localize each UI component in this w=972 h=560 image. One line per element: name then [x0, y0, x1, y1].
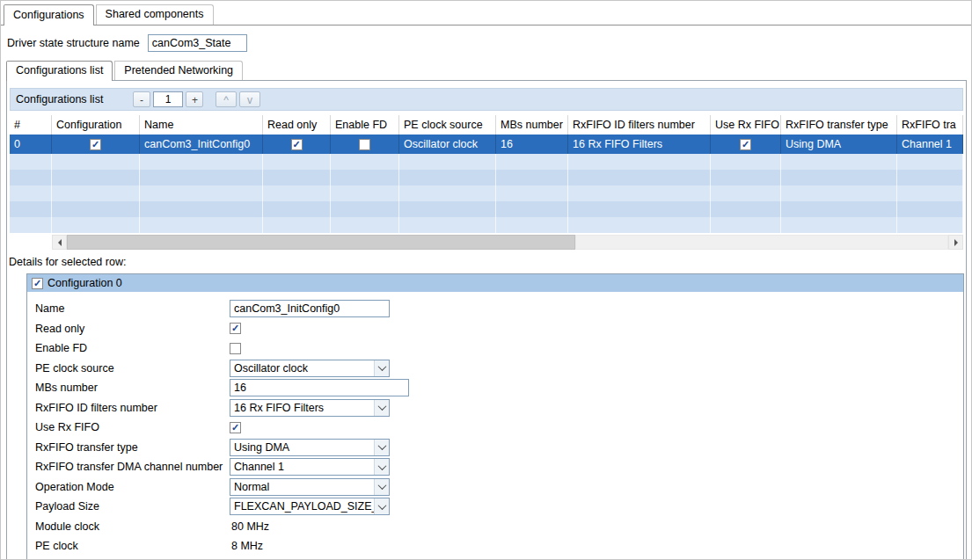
- field-label: RxFIFO ID filters number: [35, 402, 230, 414]
- detail-row-operation-mode: Operation Mode Normal: [35, 477, 963, 498]
- scrollbar-spacer: [10, 235, 52, 250]
- tab-shared-components[interactable]: Shared components: [96, 4, 214, 25]
- tab-pretended-networking[interactable]: Pretended Networking: [114, 61, 243, 80]
- details-panel-body: Name Read only ✓ Enable FD PE clock sour…: [27, 292, 963, 560]
- pe-clock-value: 8 MHz: [230, 540, 263, 552]
- toolbar-title: Configurations list: [16, 93, 130, 105]
- read-only-checkbox[interactable]: ✓: [291, 139, 303, 150]
- column-header[interactable]: RxFIFO ID filters number: [568, 115, 711, 135]
- detail-row-mbs-number: MBs number: [35, 378, 963, 398]
- configuration-checkbox[interactable]: ✓: [90, 139, 101, 150]
- details-panel: ✓ Configuration 0 Name Read only ✓ Enabl…: [26, 273, 964, 560]
- field-label: PE clock source: [35, 362, 230, 375]
- top-tab-bar: Configurations Shared components: [4, 4, 214, 25]
- scroll-left-button[interactable]: [52, 235, 67, 250]
- horizontal-scrollbar[interactable]: [10, 235, 963, 250]
- driver-state-input[interactable]: [148, 34, 247, 52]
- column-header[interactable]: Enable FD: [331, 115, 399, 135]
- rxfifo-id-filters-select[interactable]: 16 Rx FIFO Filters: [230, 399, 390, 417]
- scroll-right-button[interactable]: [948, 235, 963, 250]
- column-header[interactable]: RxFIFO transfer type: [781, 115, 897, 135]
- chevron-down-icon: [374, 498, 389, 514]
- details-panel-title: Configuration 0: [48, 277, 122, 289]
- detail-row-payload-size: Payload Size FLEXCAN_PAYLOAD_SIZE_8: [35, 497, 963, 517]
- column-header[interactable]: Name: [140, 115, 263, 135]
- detail-row-dma-channel: RxFIFO transfer DMA channel number Chann…: [35, 457, 963, 477]
- detail-row-read-only: Read only ✓: [35, 319, 963, 339]
- details-section-label: Details for selected row:: [9, 256, 966, 270]
- detail-row-pe-clock: PE clock 8 MHz: [35, 536, 963, 556]
- detail-row-rxfifo-id-filters: RxFIFO ID filters number 16 Rx FIFO Filt…: [35, 398, 963, 418]
- column-header[interactable]: MBs number: [496, 115, 568, 135]
- mbs-number-input[interactable]: [230, 379, 409, 396]
- field-label: MBs number: [35, 382, 230, 394]
- scrollbar-track[interactable]: [575, 235, 948, 250]
- chevron-down-icon: [374, 479, 389, 495]
- table-empty-row: [10, 217, 963, 233]
- configuration0-checkbox[interactable]: ✓: [32, 278, 43, 289]
- detail-row-rxfifo-transfer-type: RxFIFO transfer type Using DMA: [35, 438, 963, 458]
- move-down-button[interactable]: v: [239, 91, 260, 107]
- chevron-down-icon: [374, 360, 389, 376]
- config-count-input[interactable]: [153, 91, 183, 107]
- table-empty-row: [10, 201, 963, 217]
- inner-tab-bar: Configurations list Pretended Networking: [6, 61, 243, 81]
- pe-clock-source-select[interactable]: Oscillator clock: [230, 360, 390, 377]
- cell-configuration: ✓: [52, 135, 140, 154]
- remove-config-button[interactable]: -: [133, 91, 150, 107]
- cell-rxfifo-id-filters: 16 Rx FIFO Filters: [568, 135, 711, 154]
- driver-state-label: Driver state structure name: [7, 37, 140, 49]
- cell-index: 0: [10, 135, 52, 154]
- field-label: RxFIFO transfer DMA channel number: [35, 461, 230, 473]
- module-clock-value: 80 MHz: [230, 520, 269, 533]
- column-header[interactable]: RxFIFO tra: [897, 115, 963, 135]
- field-label: Module clock: [35, 520, 230, 533]
- cell-enable-fd: [331, 135, 399, 154]
- column-header[interactable]: Use Rx FIFO: [711, 115, 781, 135]
- table-empty-row: [10, 185, 963, 201]
- field-label: Name: [35, 302, 230, 315]
- detail-row-use-rx-fifo: Use Rx FIFO ✓: [35, 418, 963, 438]
- table-header-row: # Configuration Name Read only Enable FD…: [10, 115, 963, 135]
- scrollbar-thumb[interactable]: [67, 235, 575, 250]
- cell-pe-clock-source: Oscillator clock: [399, 135, 496, 154]
- cell-rxfifo-transfer-channel: Channel 1: [897, 135, 963, 154]
- rxfifo-transfer-type-select[interactable]: Using DMA: [230, 439, 390, 456]
- detail-row-enable-fd: Enable FD: [35, 338, 963, 359]
- field-label: PE clock: [35, 540, 230, 552]
- field-label: Payload Size: [35, 500, 230, 513]
- enable-fd-detail-checkbox[interactable]: [230, 343, 241, 354]
- dma-channel-select[interactable]: Channel 1: [230, 458, 390, 476]
- table-empty-row: [10, 154, 963, 170]
- field-label: Operation Mode: [35, 481, 230, 493]
- cell-mbs-number: 16: [496, 135, 568, 154]
- operation-mode-select[interactable]: Normal: [230, 478, 390, 496]
- move-up-button[interactable]: ^: [216, 91, 237, 107]
- enable-fd-checkbox[interactable]: [359, 139, 370, 150]
- column-header[interactable]: PE clock source: [399, 115, 496, 135]
- driver-state-row: Driver state structure name: [7, 34, 247, 52]
- use-rx-fifo-checkbox[interactable]: ✓: [740, 139, 751, 150]
- configurations-toolbar: Configurations list - + ^ v: [10, 88, 963, 111]
- column-header[interactable]: Configuration: [52, 115, 140, 135]
- name-input[interactable]: [230, 300, 390, 317]
- detail-row-pe-clock-source: PE clock source Oscillator clock: [35, 359, 963, 379]
- use-rx-fifo-detail-checkbox[interactable]: ✓: [230, 422, 241, 433]
- detail-row-bitrate: Bit rate in time segments ✓: [35, 556, 963, 560]
- payload-size-select[interactable]: FLEXCAN_PAYLOAD_SIZE_8: [230, 498, 390, 515]
- chevron-down-icon: [374, 459, 389, 475]
- column-header[interactable]: #: [10, 115, 52, 135]
- cell-read-only: ✓: [263, 135, 331, 154]
- table-empty-row: [10, 170, 963, 185]
- add-config-button[interactable]: +: [186, 91, 203, 107]
- table-row-selected[interactable]: 0 ✓ canCom3_InitConfig0 ✓ Oscillator clo…: [10, 135, 963, 154]
- column-header[interactable]: Read only: [263, 115, 331, 135]
- tab-configurations-list[interactable]: Configurations list: [6, 61, 113, 81]
- read-only-detail-checkbox[interactable]: ✓: [230, 323, 241, 334]
- tab-configurations[interactable]: Configurations: [4, 4, 94, 25]
- cell-rxfifo-transfer-type: Using DMA: [781, 135, 897, 154]
- triangle-right-icon: [954, 239, 958, 246]
- chevron-down-icon: [374, 400, 389, 416]
- component-config-window: Configurations Shared components Driver …: [0, 0, 972, 560]
- field-label: RxFIFO transfer type: [35, 441, 230, 454]
